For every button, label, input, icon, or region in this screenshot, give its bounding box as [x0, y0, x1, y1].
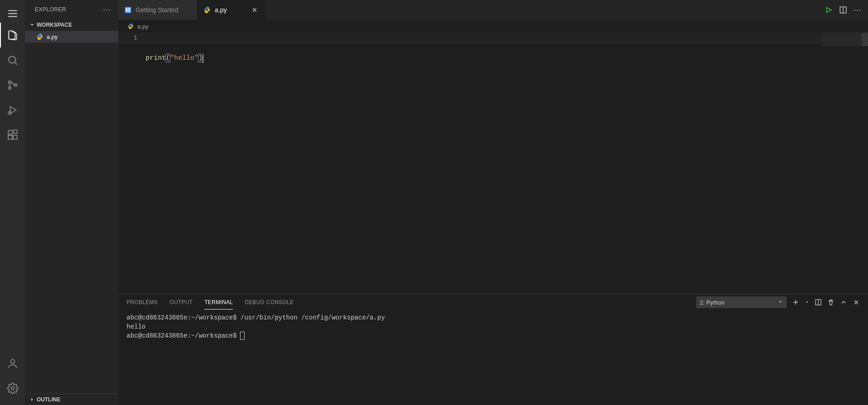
- sidebar-title: EXPLORER: [35, 6, 66, 13]
- svg-rect-13: [14, 130, 17, 133]
- panel-tab-problems[interactable]: PROBLEMS: [127, 295, 158, 309]
- svg-rect-18: [128, 8, 131, 9]
- terminal-prompt: abc@cd863243865e:~/workspace$: [127, 314, 241, 321]
- code-editor[interactable]: 1 print("hello"): [118, 33, 868, 294]
- file-item[interactable]: a.py: [25, 31, 118, 43]
- tab-a-py[interactable]: a.py: [198, 0, 265, 20]
- source-control-icon[interactable]: [0, 72, 25, 97]
- sidebar-header: EXPLORER ···: [25, 0, 118, 19]
- split-terminal-dropdown-icon[interactable]: [805, 300, 809, 305]
- chevron-right-icon: [28, 396, 36, 403]
- svg-rect-19: [128, 10, 131, 10]
- tab-bar: Getting Started a.py ···: [118, 0, 868, 20]
- maximize-panel-icon[interactable]: [840, 299, 847, 306]
- svg-point-3: [9, 56, 15, 63]
- outline-label: OUTLINE: [37, 396, 61, 403]
- panel-tab-debug-console[interactable]: DEBUG CONSOLE: [245, 295, 294, 309]
- sidebar-more-icon[interactable]: ···: [103, 5, 111, 14]
- terminal-selector[interactable]: 2: Python: [696, 296, 787, 308]
- outline-section[interactable]: OUTLINE: [25, 393, 118, 405]
- new-terminal-icon[interactable]: [792, 299, 799, 306]
- close-icon[interactable]: [250, 5, 259, 15]
- tab-label: a.py: [215, 6, 226, 14]
- getting-started-icon: [124, 6, 132, 14]
- svg-point-5: [8, 81, 10, 83]
- workspace-label: WORKSPACE: [37, 22, 72, 28]
- chevron-down-icon: [778, 299, 783, 306]
- svg-rect-17: [126, 8, 127, 12]
- terminal-selector-label: 2: Python: [700, 299, 725, 306]
- svg-rect-11: [8, 135, 12, 139]
- menu-icon[interactable]: [0, 5, 25, 23]
- workspace-section[interactable]: WORKSPACE: [25, 19, 118, 31]
- svg-point-7: [14, 84, 16, 86]
- terminal-command: /usr/bin/python /config/workspace/a.py: [241, 314, 385, 321]
- python-file-icon: [36, 33, 44, 41]
- close-panel-icon[interactable]: [853, 299, 860, 306]
- svg-point-6: [8, 86, 10, 89]
- split-terminal-icon[interactable]: [815, 299, 822, 306]
- terminal-line: hello: [127, 323, 146, 330]
- svg-marker-25: [826, 7, 831, 12]
- kill-terminal-icon[interactable]: [827, 299, 835, 306]
- svg-rect-10: [8, 130, 12, 134]
- code-content[interactable]: print("hello"): [146, 33, 823, 294]
- editor-actions: ···: [825, 0, 868, 20]
- editor-more-icon[interactable]: ···: [854, 5, 862, 15]
- svg-line-4: [15, 62, 17, 65]
- python-file-icon: [203, 6, 211, 14]
- svg-point-14: [10, 359, 14, 363]
- settings-gear-icon[interactable]: [0, 376, 25, 400]
- explorer-sidebar: EXPLORER ··· WORKSPACE a.py OUTLINE: [25, 0, 118, 405]
- line-gutter: 1: [118, 33, 146, 294]
- minimap[interactable]: [823, 33, 868, 294]
- token-string: "hello": [170, 54, 198, 62]
- bottom-panel: PROBLEMS OUTPUT TERMINAL DEBUG CONSOLE 2…: [118, 294, 868, 405]
- panel-actions: 2: Python: [696, 296, 860, 308]
- chevron-down-icon: [28, 21, 36, 29]
- explorer-icon[interactable]: [0, 23, 25, 48]
- svg-rect-20: [128, 11, 131, 12]
- breadcrumb-file: a.py: [137, 23, 149, 30]
- panel-tab-terminal[interactable]: TERMINAL: [204, 295, 233, 310]
- terminal-prompt: abc@cd863243865e:~/workspace$: [127, 332, 241, 339]
- code-line: print("hello"): [146, 53, 823, 63]
- scrollbar-thumb[interactable]: [862, 33, 868, 46]
- breadcrumbs[interactable]: a.py: [118, 20, 868, 33]
- tab-label: Getting Started: [136, 6, 178, 14]
- editor-cursor: [203, 55, 203, 63]
- panel-tabs: PROBLEMS OUTPUT TERMINAL DEBUG CONSOLE 2…: [118, 294, 868, 310]
- file-name: a.py: [47, 33, 58, 40]
- main-area: Getting Started a.py ···: [118, 0, 868, 405]
- tab-getting-started[interactable]: Getting Started: [118, 0, 198, 20]
- search-icon[interactable]: [0, 48, 25, 72]
- terminal-cursor: [241, 332, 244, 339]
- activity-bar: [0, 0, 25, 405]
- run-icon[interactable]: [825, 6, 833, 14]
- python-file-icon: [127, 23, 135, 30]
- svg-point-15: [11, 386, 14, 390]
- svg-rect-12: [13, 135, 17, 139]
- terminal-output[interactable]: abc@cd863243865e:~/workspace$ /usr/bin/p…: [118, 310, 868, 405]
- token-function: print: [146, 54, 166, 62]
- extensions-icon[interactable]: [0, 122, 25, 147]
- minimap-slider[interactable]: [823, 33, 868, 46]
- run-debug-icon[interactable]: [0, 97, 25, 122]
- accounts-icon[interactable]: [0, 351, 25, 376]
- split-editor-icon[interactable]: [839, 6, 847, 14]
- panel-tab-output[interactable]: OUTPUT: [170, 295, 193, 309]
